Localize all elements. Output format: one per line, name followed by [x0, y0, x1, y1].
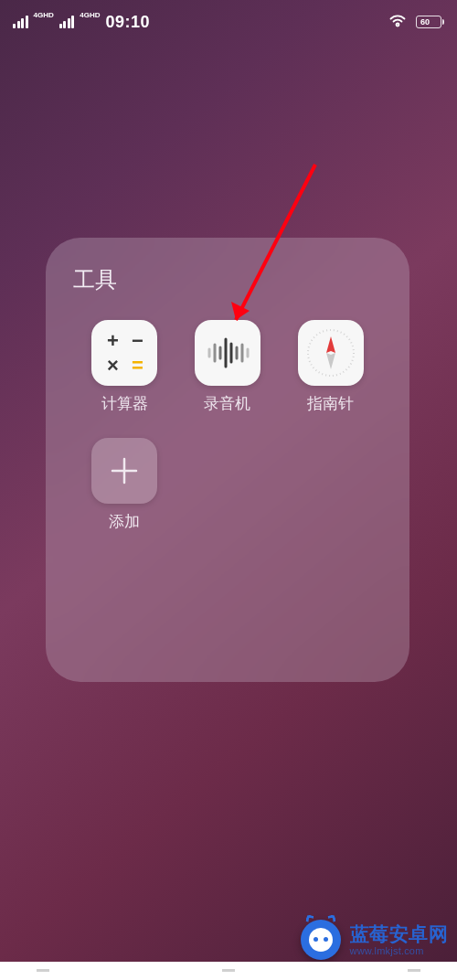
- signal-label-2: 4GHD: [80, 12, 100, 18]
- battery-level: 60: [420, 17, 430, 27]
- app-label: 指南针: [307, 393, 354, 414]
- watermark-title: 蓝莓安卓网: [350, 923, 449, 945]
- page-indicator: [0, 962, 457, 980]
- signal-label-1: 4GHD: [34, 12, 54, 18]
- app-add[interactable]: 添加: [73, 438, 176, 532]
- battery-icon: 60: [416, 16, 444, 28]
- app-recorder[interactable]: 录音机: [176, 320, 280, 414]
- app-label: 计算器: [101, 393, 148, 414]
- app-label: 录音机: [204, 393, 250, 414]
- signal-bars-2-icon: [59, 16, 75, 28]
- compass-icon: [298, 320, 364, 386]
- svg-marker-11: [326, 336, 335, 353]
- app-compass[interactable]: 指南针: [279, 320, 382, 414]
- status-time: 09:10: [105, 13, 150, 32]
- app-calculator[interactable]: +− ×= 计算器: [73, 320, 176, 414]
- svg-marker-12: [326, 353, 335, 369]
- folder-grid: +− ×= 计算器: [73, 320, 409, 532]
- watermark-logo-icon: [301, 920, 341, 960]
- watermark: 蓝莓安卓网 www.lmkjst.com: [301, 920, 449, 960]
- recorder-icon: [195, 320, 260, 386]
- status-bar: 4GHD 4GHD 09:10 60: [0, 0, 457, 37]
- watermark-url: www.lmkjst.com: [350, 945, 449, 957]
- wifi-icon: [388, 13, 407, 32]
- status-right: 60: [388, 13, 444, 32]
- calculator-icon: +− ×=: [91, 320, 157, 386]
- plus-icon: [91, 438, 157, 504]
- status-left: 4GHD 4GHD 09:10: [13, 13, 150, 32]
- app-label: 添加: [109, 511, 140, 532]
- signal-bars-1-icon: [13, 16, 28, 28]
- app-folder: 工具 +− ×= 计算器: [46, 238, 409, 682]
- folder-title: 工具: [73, 265, 409, 294]
